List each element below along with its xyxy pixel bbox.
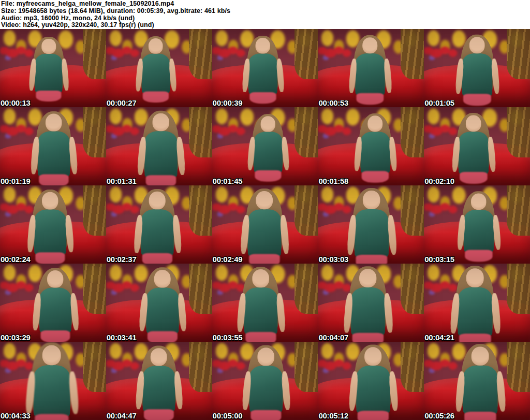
curtain-decoration: [401, 107, 424, 157]
person-figure: [22, 190, 79, 264]
person-figure: [349, 113, 401, 185]
curtain-decoration: [83, 264, 106, 314]
video-frame-thumbnail: 00:00:53: [318, 29, 424, 107]
figure-face: [359, 269, 377, 287]
figure-torso: [248, 54, 277, 95]
figure-face: [469, 37, 485, 53]
figure-torso: [34, 366, 70, 417]
video-frame-thumbnail: 00:03:55: [212, 264, 318, 342]
frame-timestamp: 00:05:00: [213, 411, 243, 420]
figure-skirt: [245, 332, 276, 342]
curtain-decoration: [83, 185, 106, 236]
person-figure: [24, 37, 73, 107]
person-figure: [341, 188, 402, 264]
curtain-decoration: [83, 342, 106, 392]
frame-timestamp: 00:00:39: [213, 98, 243, 107]
figure-face: [48, 270, 64, 288]
person-figure: [25, 111, 82, 185]
curtain-decoration: [189, 342, 212, 392]
figure-skirt: [460, 172, 488, 184]
frame-timestamp: 00:01:19: [1, 177, 31, 185]
figure-face: [256, 38, 271, 54]
curtain-decoration: [189, 107, 212, 157]
frame-timestamp: 00:05:12: [318, 411, 348, 420]
frame-timestamp: 00:04:47: [107, 411, 137, 420]
figure-torso: [35, 54, 63, 93]
frame-timestamp: 00:03:41: [107, 333, 137, 342]
person-figure: [444, 266, 506, 342]
video-frame-thumbnail: 00:04:33: [0, 342, 106, 420]
curtain-decoration: [295, 185, 318, 236]
figure-torso: [463, 366, 497, 414]
frame-timestamp: 00:02:49: [213, 255, 243, 264]
figure-torso: [38, 132, 70, 177]
figure-torso: [458, 287, 492, 337]
figure-skirt: [464, 412, 496, 420]
curtain-decoration: [295, 342, 318, 392]
figure-torso: [145, 132, 178, 178]
figure-skirt: [251, 410, 281, 420]
video-frame-thumbnail: 00:05:12: [318, 342, 424, 420]
figure-skirt: [362, 171, 389, 183]
frame-timestamp: 00:01:45: [213, 177, 243, 185]
figure-skirt: [459, 334, 491, 342]
person-figure: [447, 113, 500, 185]
video-info-line: Video: h264, yuv420p, 320x240, 30.17 fps…: [1, 22, 530, 29]
person-figure: [343, 345, 403, 420]
frame-timestamp: 00:04:21: [424, 333, 454, 342]
video-frame-thumbnail: 00:02:10: [424, 107, 530, 185]
curtain-decoration: [507, 29, 530, 79]
video-frame-thumbnail: 00:00:27: [106, 29, 212, 107]
person-figure: [449, 344, 510, 420]
figure-skirt: [41, 330, 70, 342]
person-figure: [235, 189, 294, 264]
curtain-decoration: [295, 107, 318, 157]
person-figure: [128, 189, 186, 264]
frame-timestamp: 00:01:31: [107, 177, 137, 185]
figure-torso: [351, 287, 385, 336]
person-figure: [132, 111, 190, 185]
audio-info-line: Audio: mp3, 16000 Hz, mono, 24 kb/s (und…: [1, 15, 530, 22]
video-frame-thumbnail: 00:01:58: [318, 107, 424, 185]
frame-timestamp: 00:04:33: [1, 411, 31, 420]
figure-torso: [462, 54, 492, 97]
figure-skirt: [143, 92, 169, 103]
video-frame-thumbnail: 00:05:26: [424, 342, 530, 420]
figure-face: [362, 37, 377, 53]
video-frame-thumbnail: 00:00:13: [0, 29, 106, 107]
video-frame-thumbnail: 00:02:37: [106, 185, 212, 264]
figure-torso: [254, 132, 282, 172]
person-figure: [338, 266, 398, 342]
frame-timestamp: 00:00:27: [107, 98, 137, 107]
figure-torso: [40, 288, 71, 333]
video-frame-thumbnail: 00:01:31: [106, 107, 212, 185]
figure-torso: [355, 54, 385, 96]
figure-skirt: [144, 410, 174, 420]
person-figure: [237, 345, 296, 420]
video-frame-thumbnail: 00:02:49: [212, 185, 318, 264]
frame-timestamp: 00:03:03: [318, 255, 348, 264]
figure-torso: [146, 288, 179, 334]
figure-torso: [248, 210, 281, 257]
frame-timestamp: 00:02:37: [107, 255, 137, 264]
figure-torso: [249, 366, 283, 413]
figure-skirt: [352, 333, 384, 342]
figure-face: [151, 348, 167, 366]
curtain-decoration: [83, 29, 106, 79]
figure-face: [42, 39, 56, 54]
figure-skirt: [358, 411, 389, 420]
figure-skirt: [35, 414, 69, 420]
file-size-line: Size: 19548658 bytes (18.64 MiB), durati…: [1, 8, 530, 15]
figure-torso: [464, 210, 493, 253]
curtain-decoration: [295, 29, 318, 79]
figure-face: [149, 192, 166, 210]
person-figure: [231, 267, 290, 342]
video-frame-thumbnail: 00:03:29: [0, 264, 106, 342]
curtain-decoration: [507, 185, 530, 236]
figure-skirt: [249, 254, 280, 264]
curtain-decoration: [401, 185, 424, 236]
frame-timestamp: 00:04:07: [318, 333, 348, 342]
person-figure: [130, 346, 188, 420]
figure-face: [252, 269, 269, 287]
figure-face: [154, 270, 171, 288]
